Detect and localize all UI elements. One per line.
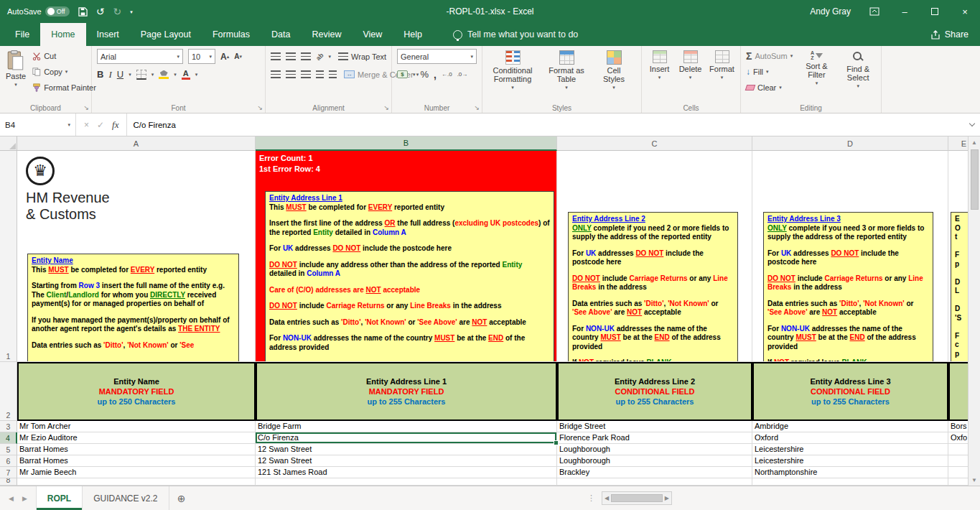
align-top-icon[interactable] xyxy=(271,52,281,60)
tell-me-search[interactable]: Tell me what you want to do xyxy=(453,23,578,46)
cell-B5[interactable]: 12 Swan Street xyxy=(256,444,557,455)
cell-C4[interactable]: Florence Park Road xyxy=(557,432,752,444)
increase-indent-icon[interactable] xyxy=(329,70,337,78)
find-select-button[interactable]: Find & Select▾ xyxy=(838,48,878,102)
underline-button[interactable]: U xyxy=(117,69,123,80)
close-button[interactable]: × xyxy=(950,0,980,23)
cell-C8[interactable] xyxy=(557,478,752,486)
sort-filter-button[interactable]: AZ Sort & Filter▾ xyxy=(797,48,837,102)
borders-button[interactable] xyxy=(136,70,146,80)
row-header-4[interactable]: 4 xyxy=(0,432,17,444)
delete-cells-button[interactable]: Delete▾ xyxy=(676,48,705,102)
cell-B3[interactable]: Bridge Farm xyxy=(256,421,557,432)
row-header-5[interactable]: 5 xyxy=(0,444,17,455)
cell-A1[interactable]: ♛ HM Revenue& Customs Entity NameThis MU… xyxy=(17,151,256,362)
cell-D1[interactable]: Entity Address Line 3ONLY complete if yo… xyxy=(752,151,948,362)
increase-decimal-button[interactable]: ←.0 xyxy=(442,71,452,78)
cell-A5[interactable]: Barrat Homes xyxy=(17,444,256,455)
cell-B6[interactable]: 12 Swan Street xyxy=(256,455,557,467)
tab-help[interactable]: Help xyxy=(393,23,433,46)
orientation-icon[interactable]: ab xyxy=(314,51,325,62)
format-painter-button[interactable]: Format Painter xyxy=(30,80,98,95)
font-color-button[interactable]: A xyxy=(182,70,190,80)
row-header-8[interactable]: 8 xyxy=(0,478,17,486)
format-as-table-button[interactable]: Format as Table▾ xyxy=(541,48,592,102)
scroll-up-icon[interactable]: ▲ xyxy=(971,136,977,148)
decrease-decimal-button[interactable]: .0→ xyxy=(457,71,468,78)
sheet-tab-ropl[interactable]: ROPL xyxy=(36,486,83,510)
fill-color-button[interactable] xyxy=(159,70,169,79)
cell-C7[interactable]: Brackley xyxy=(557,467,752,478)
cell-A3[interactable]: Mr Tom Archer xyxy=(17,421,256,432)
autosave-toggle[interactable]: AutoSave Off xyxy=(7,6,70,17)
cut-button[interactable]: Cut xyxy=(30,48,98,63)
number-dialog-launcher[interactable]: ↘ xyxy=(474,104,480,111)
clear-button[interactable]: Clear▾ xyxy=(744,80,795,95)
vertical-scroll-thumb[interactable] xyxy=(971,149,979,210)
fill-button[interactable]: ↓Fill▾ xyxy=(744,64,795,79)
paste-button[interactable]: Paste▾ xyxy=(3,48,29,102)
enter-icon[interactable]: ✓ xyxy=(97,120,104,130)
customize-qat-button[interactable]: ▾ xyxy=(130,9,133,14)
tab-insert[interactable]: Insert xyxy=(86,23,130,46)
maximize-button[interactable] xyxy=(920,0,950,23)
column-header-a[interactable]: A xyxy=(17,136,256,151)
redo-button[interactable]: ↻ xyxy=(113,6,121,17)
name-box[interactable]: B4▾ xyxy=(0,113,76,136)
tab-page-layout[interactable]: Page Layout xyxy=(130,23,202,46)
cell-D8[interactable] xyxy=(752,478,948,486)
row-header-1[interactable]: 1 xyxy=(0,151,17,362)
comma-style-button[interactable]: , xyxy=(434,69,437,80)
cell-A4[interactable]: Mr Ezio Auditore xyxy=(17,432,256,444)
align-center-icon[interactable] xyxy=(286,70,296,78)
cell-C3[interactable]: Bridge Street xyxy=(557,421,752,432)
decrease-indent-icon[interactable] xyxy=(316,70,324,78)
align-middle-icon[interactable] xyxy=(286,52,296,60)
align-left-icon[interactable] xyxy=(271,70,281,78)
column-header-c[interactable]: C xyxy=(557,136,752,151)
tab-formulas[interactable]: Formulas xyxy=(202,23,261,46)
clipboard-dialog-launcher[interactable]: ↘ xyxy=(83,104,89,111)
font-dialog-launcher[interactable]: ↘ xyxy=(257,104,263,111)
decrease-font-size-button[interactable]: A▾ xyxy=(234,52,242,60)
align-bottom-icon[interactable] xyxy=(301,52,311,60)
percent-style-button[interactable]: % xyxy=(421,69,429,80)
insert-cells-button[interactable]: Insert▾ xyxy=(645,48,674,102)
align-right-icon[interactable] xyxy=(301,70,311,78)
cell-A7[interactable]: Mr Jamie Beech xyxy=(17,467,256,478)
undo-button[interactable]: ↺ xyxy=(96,6,105,17)
horizontal-scroll-thumb[interactable] xyxy=(611,494,663,502)
row-header-6[interactable]: 6 xyxy=(0,455,17,467)
ribbon-display-options-button[interactable] xyxy=(859,0,890,23)
bold-button[interactable]: B xyxy=(97,69,103,80)
cell-B4-selected[interactable]: C/o Firenza xyxy=(256,432,557,444)
cell-D6[interactable]: Leicestershire xyxy=(752,455,948,467)
scroll-right-icon[interactable]: ▶ xyxy=(665,495,669,501)
cell-styles-button[interactable]: Cell Styles▾ xyxy=(593,48,635,102)
row-header-7[interactable]: 7 xyxy=(0,467,17,478)
cell-B7[interactable]: 121 St James Road xyxy=(256,467,557,478)
cell-D4[interactable]: Oxford xyxy=(752,432,948,444)
vertical-scrollbar[interactable]: ▲ ▼ xyxy=(968,136,980,486)
account-user[interactable]: Andy Gray xyxy=(801,6,859,17)
sheet-tab-guidance[interactable]: GUIDANCE v2.2 xyxy=(83,486,169,510)
wrap-text-button[interactable]: Wrap Text xyxy=(336,49,388,64)
italic-button[interactable]: I xyxy=(108,69,111,80)
number-format-combo[interactable]: General▾ xyxy=(397,49,477,64)
formula-input[interactable]: C/o Firenza xyxy=(127,113,964,136)
cell-A8[interactable] xyxy=(17,478,256,486)
scroll-down-icon[interactable]: ▼ xyxy=(971,474,977,486)
tab-view[interactable]: View xyxy=(352,23,393,46)
new-sheet-button[interactable]: ⊕ xyxy=(169,486,194,510)
copy-button[interactable]: Copy▾ xyxy=(30,64,98,79)
font-size-combo[interactable]: 10▾ xyxy=(188,49,215,64)
save-button[interactable] xyxy=(78,7,88,17)
cell-D7[interactable]: Northamptonshire xyxy=(752,467,948,478)
cell-C1[interactable]: Entity Address Line 2ONLY complete if yo… xyxy=(557,151,752,362)
cell-D5[interactable]: Leicestershire xyxy=(752,444,948,455)
alignment-dialog-launcher[interactable]: ↘ xyxy=(383,104,389,111)
tab-scrollbar-splitter[interactable]: ⋮ xyxy=(587,486,595,510)
tab-file[interactable]: File xyxy=(4,23,40,46)
cell-C5[interactable]: Loughborough xyxy=(557,444,752,455)
cell-B2[interactable]: Entity Address Line 1 MANDATORY FIELD up… xyxy=(256,362,557,421)
